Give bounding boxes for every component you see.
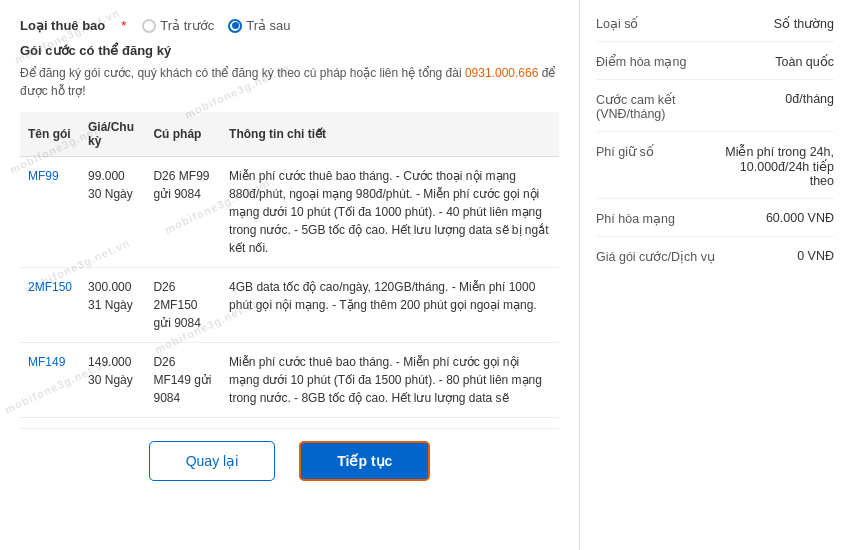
col-gia-chu-ky: Giá/Chu kỳ	[80, 112, 145, 157]
pkg-price-mf99: 99.000 30 Ngày	[80, 157, 145, 268]
goi-cuoc-title: Gói cước có thể đăng ký	[20, 43, 559, 58]
pkg-price-2mf150: 300.000 31 Ngày	[80, 268, 145, 343]
table-row: MF149 149.000 30 Ngày D26 MF149 gửi 9084…	[20, 343, 559, 418]
quay-lai-button[interactable]: Quay lại	[149, 441, 276, 481]
bottom-buttons: Quay lại Tiếp tục	[20, 428, 559, 481]
right-row-gia-goi-cuoc: Giá gói cước/Dịch vụ 0 VNĐ	[596, 249, 834, 274]
pkg-detail-mf99: Miễn phí cước thuê bao tháng. - Cước tho…	[221, 157, 559, 268]
loai-thue-bao-row: Loại thuê bao * Trả trước Trả sau	[20, 18, 559, 33]
radio-circle-tra-sau[interactable]	[228, 19, 242, 33]
radio-tra-sau[interactable]: Trả sau	[228, 18, 290, 33]
pkg-syntax-mf149: D26 MF149 gửi 9084	[145, 343, 221, 418]
left-panel: mobifone3g.net.vn mobifone3g.net.vn mobi…	[0, 0, 580, 550]
tiep-tuc-button[interactable]: Tiếp tục	[299, 441, 430, 481]
pkg-detail-mf149: Miễn phí cước thuê bao tháng. - Miễn phí…	[221, 343, 559, 418]
pkg-detail-2mf150: 4GB data tốc độ cao/ngày, 120GB/tháng. -…	[221, 268, 559, 343]
right-row-diem-hoa-mang: Điểm hòa mạng Toàn quốc	[596, 54, 834, 80]
loai-thue-bao-label: Loại thuê bao	[20, 18, 105, 33]
goi-cuoc-desc: Để đăng ký gói cước, quý khách có thể đă…	[20, 64, 559, 100]
col-cu-phap: Cú pháp	[145, 112, 221, 157]
pkg-link-mf149[interactable]: MF149	[28, 355, 65, 369]
radio-group: Trả trước Trả sau	[142, 18, 290, 33]
required-star: *	[121, 18, 126, 33]
pkg-name-mf149: MF149	[20, 343, 80, 418]
hotline-link[interactable]: 0931.000.666	[465, 66, 538, 80]
right-row-phi-hoa-mang: Phí hòa mạng 60.000 VNĐ	[596, 211, 834, 237]
radio-circle-tra-truoc[interactable]	[142, 19, 156, 33]
pkg-name-mf99: MF99	[20, 157, 80, 268]
pkg-link-mf99[interactable]: MF99	[28, 169, 59, 183]
right-row-cuoc-cam-ket: Cước cam kết (VNĐ/tháng) 0đ/tháng	[596, 92, 834, 132]
package-table: Tên gói Giá/Chu kỳ Cú pháp Thông tin chi…	[20, 112, 559, 418]
right-row-phi-giu-so: Phí giữ số Miễn phí trong 24h, 10.000đ/2…	[596, 144, 834, 199]
col-ten-goi: Tên gói	[20, 112, 80, 157]
table-row: 2MF150 300.000 31 Ngày D26 2MF150 gửi 90…	[20, 268, 559, 343]
right-panel: Loại số Số thường Điểm hòa mạng Toàn quố…	[580, 0, 850, 550]
right-row-loai-so: Loại số Số thường	[596, 16, 834, 42]
radio-tra-truoc[interactable]: Trả trước	[142, 18, 214, 33]
table-row: MF99 99.000 30 Ngày D26 MF99 gửi 9084 Mi…	[20, 157, 559, 268]
pkg-syntax-mf99: D26 MF99 gửi 9084	[145, 157, 221, 268]
pkg-syntax-2mf150: D26 2MF150 gửi 9084	[145, 268, 221, 343]
pkg-name-2mf150: 2MF150	[20, 268, 80, 343]
pkg-price-mf149: 149.000 30 Ngày	[80, 343, 145, 418]
pkg-link-2mf150[interactable]: 2MF150	[28, 280, 72, 294]
col-thong-tin: Thông tin chi tiết	[221, 112, 559, 157]
table-header-row: Tên gói Giá/Chu kỳ Cú pháp Thông tin chi…	[20, 112, 559, 157]
